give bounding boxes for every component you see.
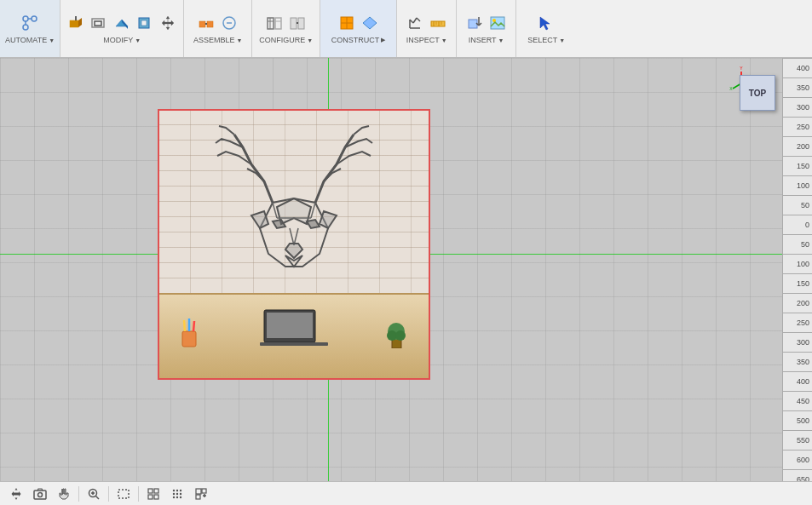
shell-icon <box>135 13 155 33</box>
ruler-tick-200: 200 <box>783 136 812 156</box>
svg-rect-20 <box>291 18 297 29</box>
toolbar-insert[interactable]: INSERT ▼ <box>457 0 516 57</box>
automate-icon <box>20 13 40 33</box>
insert-image-icon <box>487 13 508 33</box>
select-label: SELECT ▼ <box>527 36 565 44</box>
toolbar-automate[interactable]: AUTOMATE ▼ <box>0 0 60 57</box>
svg-line-78 <box>96 496 100 499</box>
ruler-tick-350b: 350 <box>783 352 812 371</box>
svg-point-2 <box>23 25 28 30</box>
view-cube-box[interactable]: TOP <box>740 75 775 111</box>
toolbar-assemble[interactable]: ASSEMBLE ▼ <box>184 0 252 57</box>
svg-line-52 <box>273 203 277 218</box>
svg-line-53 <box>311 203 315 218</box>
svg-rect-82 <box>148 495 153 499</box>
camera-status-icon[interactable] <box>31 485 49 503</box>
svg-rect-10 <box>141 20 147 26</box>
more-status-icon[interactable] <box>192 485 210 503</box>
design-image-container[interactable] <box>158 109 430 380</box>
construct-label: CONSTRUCT ▶ <box>331 36 386 44</box>
deer-head-graphic <box>192 118 396 305</box>
ruler-tick-500: 500 <box>783 410 812 430</box>
grid-status-icon[interactable] <box>144 485 163 503</box>
inspect-icon <box>405 13 425 33</box>
ruler-tick-100: 100 <box>783 175 812 195</box>
move-icon-toolbar <box>158 13 178 33</box>
svg-rect-80 <box>148 489 153 493</box>
status-sep-2 <box>108 486 109 502</box>
svg-rect-73 <box>34 491 46 499</box>
svg-rect-5 <box>70 20 78 27</box>
svg-marker-50 <box>251 211 268 228</box>
svg-rect-11 <box>199 21 205 27</box>
svg-point-87 <box>173 492 175 494</box>
svg-text:Y: Y <box>740 66 743 71</box>
svg-point-90 <box>173 496 175 497</box>
svg-line-66 <box>193 321 194 331</box>
desk-pencils <box>181 318 198 348</box>
push-pull-icon <box>66 13 86 33</box>
solid-icon <box>112 13 132 33</box>
svg-point-74 <box>38 492 43 496</box>
configure-icon2 <box>287 13 308 33</box>
svg-rect-95 <box>196 495 200 499</box>
automate-label: AUTOMATE ▼ <box>5 36 55 44</box>
ruler-tick-400: 400 <box>783 58 812 77</box>
svg-rect-93 <box>196 489 201 494</box>
inspect-ruler-icon <box>428 13 448 33</box>
automate-arrow: ▼ <box>49 37 55 43</box>
desk-laptop <box>260 306 328 348</box>
ruler-tick-300: 300 <box>783 97 812 117</box>
svg-point-84 <box>173 489 175 491</box>
desk-area <box>159 293 429 378</box>
configure-label: CONFIGURE ▼ <box>259 36 313 44</box>
svg-line-30 <box>417 18 420 21</box>
ruler-tick-200b: 200 <box>783 293 812 313</box>
svg-point-89 <box>180 492 181 494</box>
svg-point-0 <box>23 16 28 21</box>
insert-label: INSERT ▼ <box>469 36 504 44</box>
ruler-tick-150: 150 <box>783 156 812 175</box>
svg-point-92 <box>180 496 181 497</box>
assemble-icon2 <box>219 13 239 33</box>
modify-label: MODIFY ▼ <box>103 36 141 44</box>
insert-icon <box>464 13 485 33</box>
svg-point-91 <box>176 496 178 497</box>
status-sep-1 <box>78 486 79 502</box>
svg-point-86 <box>180 489 181 491</box>
svg-rect-36 <box>469 20 477 28</box>
toolbar-modify[interactable]: MODIFY ▼ <box>60 0 184 57</box>
svg-rect-40 <box>491 17 504 29</box>
toolbar-configure[interactable]: CONFIGURE ▼ <box>252 0 320 57</box>
svg-rect-8 <box>95 21 101 26</box>
status-sep-3 <box>138 486 139 502</box>
view-cube[interactable]: Y X Z TOP <box>728 65 775 112</box>
design-image <box>159 111 429 378</box>
svg-point-85 <box>176 489 178 491</box>
dots-status-icon[interactable] <box>168 485 187 503</box>
ruler-tick-550: 550 <box>783 430 812 450</box>
svg-point-88 <box>176 492 178 494</box>
svg-rect-21 <box>298 18 304 29</box>
toolbar-construct[interactable]: CONSTRUCT ▶ <box>320 0 397 57</box>
construct-icon2 <box>360 13 380 33</box>
canvas-area[interactable]: Y X Z TOP <box>0 58 782 481</box>
toolbar: AUTOMATE ▼ <box>0 0 812 58</box>
view-cube-label: TOP <box>749 89 766 98</box>
svg-line-29 <box>413 18 417 23</box>
move-status-icon[interactable] <box>7 485 26 503</box>
ruler-tick-150b: 150 <box>783 273 812 293</box>
svg-rect-79 <box>118 490 129 498</box>
construct-icon <box>337 13 357 33</box>
ruler-tick-100b: 100 <box>783 254 812 273</box>
rect-select-status-icon[interactable] <box>114 485 133 503</box>
hand-status-icon[interactable] <box>55 485 73 503</box>
svg-marker-45 <box>307 220 320 228</box>
zoom-status-icon[interactable] <box>84 485 103 503</box>
ruler-tick-300b: 300 <box>783 332 812 352</box>
toolbar-inspect[interactable]: INSPECT ▼ <box>397 0 457 57</box>
select-icon <box>536 13 556 33</box>
svg-line-64 <box>184 320 185 331</box>
toolbar-select[interactable]: SELECT ▼ <box>516 0 576 57</box>
ruler-tick-0: 0 <box>783 215 812 234</box>
